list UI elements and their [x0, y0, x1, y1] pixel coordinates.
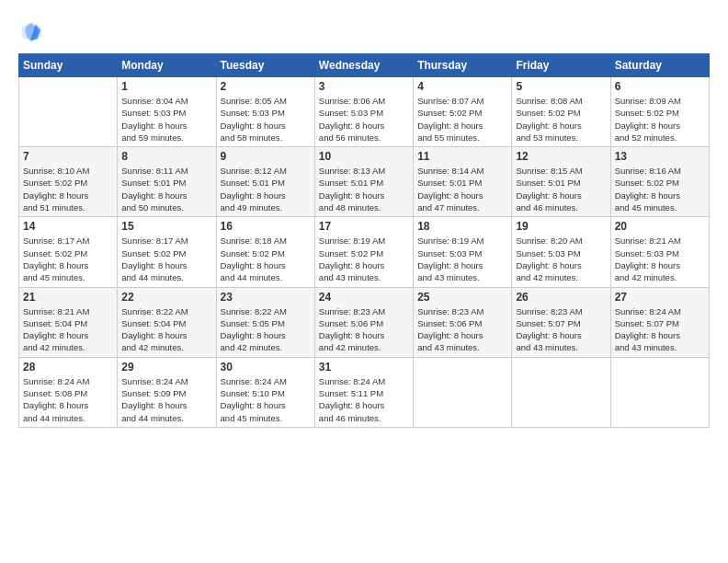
day-number: 14 [23, 220, 113, 233]
calendar-cell: 22Sunrise: 8:22 AM Sunset: 5:04 PM Dayli… [118, 287, 216, 357]
calendar-cell: 15Sunrise: 8:17 AM Sunset: 5:02 PM Dayli… [118, 217, 216, 287]
day-number: 17 [319, 220, 409, 233]
day-number: 25 [417, 291, 507, 304]
calendar-cell: 27Sunrise: 8:24 AM Sunset: 5:07 PM Dayli… [610, 287, 709, 357]
day-number: 2 [221, 80, 311, 93]
calendar-week-row: 1Sunrise: 8:04 AM Sunset: 5:03 PM Daylig… [19, 77, 710, 147]
day-number: 16 [221, 220, 311, 233]
day-info: Sunrise: 8:23 AM Sunset: 5:06 PM Dayligh… [417, 305, 507, 354]
calendar-week-row: 28Sunrise: 8:24 AM Sunset: 5:08 PM Dayli… [19, 357, 710, 427]
day-number: 10 [319, 150, 409, 163]
day-info: Sunrise: 8:20 AM Sunset: 5:03 PM Dayligh… [516, 235, 606, 283]
day-info: Sunrise: 8:23 AM Sunset: 5:07 PM Dayligh… [516, 305, 606, 354]
day-number: 4 [417, 80, 507, 93]
calendar-cell: 14Sunrise: 8:17 AM Sunset: 5:02 PM Dayli… [19, 217, 118, 287]
day-number: 18 [417, 220, 507, 233]
calendar-cell: 30Sunrise: 8:24 AM Sunset: 5:10 PM Dayli… [216, 357, 314, 427]
day-info: Sunrise: 8:17 AM Sunset: 5:02 PM Dayligh… [23, 235, 113, 283]
calendar-table: SundayMondayTuesdayWednesdayThursdayFrid… [18, 53, 710, 428]
calendar-cell: 26Sunrise: 8:23 AM Sunset: 5:07 PM Dayli… [512, 287, 610, 357]
calendar-cell: 4Sunrise: 8:07 AM Sunset: 5:02 PM Daylig… [414, 77, 512, 147]
day-info: Sunrise: 8:24 AM Sunset: 5:10 PM Dayligh… [221, 375, 311, 424]
calendar-cell: 21Sunrise: 8:21 AM Sunset: 5:04 PM Dayli… [19, 287, 118, 357]
day-info: Sunrise: 8:08 AM Sunset: 5:02 PM Dayligh… [516, 95, 606, 144]
day-number: 27 [615, 291, 705, 304]
weekday-header-row: SundayMondayTuesdayWednesdayThursdayFrid… [19, 54, 710, 77]
day-number: 21 [23, 291, 113, 304]
day-info: Sunrise: 8:11 AM Sunset: 5:01 PM Dayligh… [121, 165, 211, 213]
calendar-cell: 31Sunrise: 8:24 AM Sunset: 5:11 PM Dayli… [314, 357, 413, 427]
day-info: Sunrise: 8:16 AM Sunset: 5:02 PM Dayligh… [615, 165, 705, 213]
day-info: Sunrise: 8:19 AM Sunset: 5:03 PM Dayligh… [417, 235, 507, 283]
day-info: Sunrise: 8:24 AM Sunset: 5:11 PM Dayligh… [319, 375, 409, 424]
day-info: Sunrise: 8:10 AM Sunset: 5:02 PM Dayligh… [23, 165, 113, 213]
day-number: 30 [221, 361, 311, 373]
header [18, 18, 710, 44]
day-number: 28 [23, 361, 113, 373]
calendar-week-row: 21Sunrise: 8:21 AM Sunset: 5:04 PM Dayli… [19, 287, 710, 357]
day-info: Sunrise: 8:22 AM Sunset: 5:04 PM Dayligh… [121, 305, 211, 354]
calendar-week-row: 7Sunrise: 8:10 AM Sunset: 5:02 PM Daylig… [19, 147, 710, 217]
calendar-cell: 11Sunrise: 8:14 AM Sunset: 5:01 PM Dayli… [414, 147, 512, 217]
day-number: 23 [221, 291, 311, 304]
weekday-header-tuesday: Tuesday [216, 54, 314, 77]
calendar-cell: 28Sunrise: 8:24 AM Sunset: 5:08 PM Dayli… [19, 357, 118, 427]
day-number: 7 [23, 150, 113, 163]
calendar-cell [512, 357, 610, 427]
calendar-cell: 18Sunrise: 8:19 AM Sunset: 5:03 PM Dayli… [414, 217, 512, 287]
day-number: 15 [121, 220, 211, 233]
day-info: Sunrise: 8:09 AM Sunset: 5:02 PM Dayligh… [615, 95, 705, 144]
day-info: Sunrise: 8:18 AM Sunset: 5:02 PM Dayligh… [221, 235, 311, 283]
day-info: Sunrise: 8:19 AM Sunset: 5:02 PM Dayligh… [319, 235, 409, 283]
weekday-header-thursday: Thursday [414, 54, 512, 77]
day-info: Sunrise: 8:07 AM Sunset: 5:02 PM Dayligh… [417, 95, 507, 144]
calendar-cell: 5Sunrise: 8:08 AM Sunset: 5:02 PM Daylig… [512, 77, 610, 147]
day-info: Sunrise: 8:24 AM Sunset: 5:09 PM Dayligh… [121, 375, 211, 424]
day-info: Sunrise: 8:24 AM Sunset: 5:08 PM Dayligh… [23, 375, 113, 424]
page-container: SundayMondayTuesdayWednesdayThursdayFrid… [0, 0, 728, 563]
day-info: Sunrise: 8:05 AM Sunset: 5:03 PM Dayligh… [221, 95, 311, 144]
day-number: 8 [121, 150, 211, 163]
weekday-header-monday: Monday [118, 54, 216, 77]
logo [18, 18, 48, 44]
weekday-header-sunday: Sunday [19, 54, 118, 77]
day-number: 12 [516, 150, 606, 163]
calendar-cell: 7Sunrise: 8:10 AM Sunset: 5:02 PM Daylig… [19, 147, 118, 217]
day-number: 26 [516, 291, 606, 304]
calendar-cell: 13Sunrise: 8:16 AM Sunset: 5:02 PM Dayli… [610, 147, 709, 217]
calendar-cell: 19Sunrise: 8:20 AM Sunset: 5:03 PM Dayli… [512, 217, 610, 287]
calendar-cell: 20Sunrise: 8:21 AM Sunset: 5:03 PM Dayli… [610, 217, 709, 287]
day-number: 6 [615, 80, 705, 93]
day-info: Sunrise: 8:12 AM Sunset: 5:01 PM Dayligh… [221, 165, 311, 213]
calendar-cell: 8Sunrise: 8:11 AM Sunset: 5:01 PM Daylig… [118, 147, 216, 217]
weekday-header-friday: Friday [512, 54, 610, 77]
calendar-cell: 17Sunrise: 8:19 AM Sunset: 5:02 PM Dayli… [314, 217, 413, 287]
weekday-header-saturday: Saturday [610, 54, 709, 77]
day-info: Sunrise: 8:21 AM Sunset: 5:04 PM Dayligh… [23, 305, 113, 354]
calendar-cell: 10Sunrise: 8:13 AM Sunset: 5:01 PM Dayli… [314, 147, 413, 217]
day-number: 22 [121, 291, 211, 304]
calendar-cell: 2Sunrise: 8:05 AM Sunset: 5:03 PM Daylig… [216, 77, 314, 147]
day-info: Sunrise: 8:15 AM Sunset: 5:01 PM Dayligh… [516, 165, 606, 213]
weekday-header-wednesday: Wednesday [314, 54, 413, 77]
calendar-cell: 6Sunrise: 8:09 AM Sunset: 5:02 PM Daylig… [610, 77, 709, 147]
day-info: Sunrise: 8:14 AM Sunset: 5:01 PM Dayligh… [417, 165, 507, 213]
calendar-cell [19, 77, 118, 147]
calendar-cell: 24Sunrise: 8:23 AM Sunset: 5:06 PM Dayli… [314, 287, 413, 357]
day-info: Sunrise: 8:13 AM Sunset: 5:01 PM Dayligh… [319, 165, 409, 213]
calendar-cell: 3Sunrise: 8:06 AM Sunset: 5:03 PM Daylig… [314, 77, 413, 147]
day-number: 9 [221, 150, 311, 163]
day-number: 31 [319, 361, 409, 373]
day-info: Sunrise: 8:22 AM Sunset: 5:05 PM Dayligh… [221, 305, 311, 354]
calendar-cell [414, 357, 512, 427]
day-number: 1 [121, 80, 211, 93]
day-number: 3 [319, 80, 409, 93]
day-number: 20 [615, 220, 705, 233]
calendar-cell: 29Sunrise: 8:24 AM Sunset: 5:09 PM Dayli… [118, 357, 216, 427]
day-info: Sunrise: 8:24 AM Sunset: 5:07 PM Dayligh… [615, 305, 705, 354]
day-info: Sunrise: 8:04 AM Sunset: 5:03 PM Dayligh… [121, 95, 211, 144]
day-number: 13 [615, 150, 705, 163]
calendar-cell: 16Sunrise: 8:18 AM Sunset: 5:02 PM Dayli… [216, 217, 314, 287]
day-info: Sunrise: 8:17 AM Sunset: 5:02 PM Dayligh… [121, 235, 211, 283]
calendar-cell: 9Sunrise: 8:12 AM Sunset: 5:01 PM Daylig… [216, 147, 314, 217]
